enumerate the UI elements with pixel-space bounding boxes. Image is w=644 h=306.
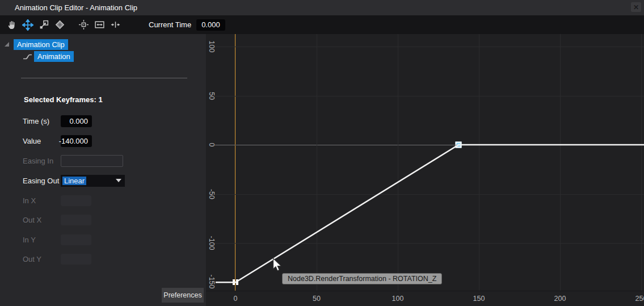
gridline-vertical (479, 34, 479, 291)
value-label: Value (23, 137, 61, 145)
gridline-horizontal (215, 194, 644, 195)
titlebar: Animation Clip Editor - Animation Clip ✕ (0, 0, 644, 15)
tree-expander[interactable] (4, 41, 10, 47)
in-x-label: In X (23, 196, 61, 205)
x-tick-label: 50 (313, 295, 321, 303)
gridline-horizontal (215, 96, 644, 97)
easing-out-dropdown[interactable]: Linear (61, 175, 125, 187)
y-tick-label: 0 (208, 143, 216, 147)
chevron-down-icon (116, 179, 121, 182)
axis-separator (206, 291, 644, 291)
keyframe-diamond-icon (54, 19, 65, 30)
fit-width-button[interactable] (92, 18, 107, 32)
out-y-input (61, 254, 91, 265)
gridline-vertical (641, 34, 642, 291)
out-x-label: Out X (23, 216, 61, 224)
out-y-label: Out Y (23, 255, 61, 263)
selected-keyframes-text: Selected Keyframes: 1 (24, 95, 103, 104)
close-icon: ✕ (633, 3, 639, 11)
gridline-horizontal (215, 47, 644, 47)
easing-in-input (61, 155, 123, 167)
window-title: Animation Clip Editor - Animation Clip (15, 3, 137, 12)
toolbar: Current Time 0.000 (0, 15, 644, 34)
gridline-vertical (560, 34, 561, 291)
out-x-input (61, 215, 91, 225)
spread-arrows-icon (110, 19, 121, 30)
hand-icon (7, 19, 18, 30)
pan-tool-button[interactable] (5, 18, 19, 32)
easing-out-label: Easing Out (23, 177, 61, 185)
gridline-vertical (317, 34, 317, 291)
tree-item-animation[interactable]: Animation (34, 51, 74, 62)
animation-curve (206, 34, 644, 291)
x-tick-label: 0 (234, 295, 238, 303)
easing-out-value: Linear (62, 177, 86, 185)
y-tick-label: -100 (208, 236, 216, 250)
panel-divider (21, 78, 187, 78)
x-tick-label: 200 (554, 295, 566, 303)
animation-curve-icon (23, 53, 32, 61)
scale-icon (39, 19, 49, 30)
easing-in-label: Easing In (23, 157, 61, 165)
y-tick-label: -150 (208, 274, 216, 288)
properties-panel: Animation Clip Animation Selected Keyfra… (0, 34, 206, 306)
in-x-input (61, 195, 91, 206)
in-y-label: In Y (23, 236, 61, 244)
mouse-cursor (272, 258, 282, 271)
selected-keyframes-count: 1 (99, 95, 103, 104)
zero-axis-line (215, 145, 644, 145)
property-tooltip: Node3D.RenderTransformation - ROTATION_Z (282, 273, 442, 284)
y-tick-label: 50 (208, 92, 216, 100)
close-button[interactable]: ✕ (631, 2, 641, 12)
x-tick-label: 150 (473, 295, 485, 303)
value-input[interactable]: -140.000 (61, 135, 92, 147)
expander-triangle-icon (4, 41, 10, 47)
move-tool-button[interactable] (20, 18, 35, 32)
gridline-horizontal (215, 243, 644, 244)
current-time-input[interactable]: 0.000 (196, 19, 225, 31)
gridline-vertical (235, 34, 236, 291)
center-target-icon (78, 19, 89, 30)
in-y-input (61, 234, 91, 245)
move-arrows-icon (22, 19, 33, 31)
y-tick-label: -50 (208, 188, 216, 199)
time-label: Time (s) (23, 117, 61, 125)
x-tick-label: 100 (392, 295, 404, 303)
gridline-vertical (398, 34, 398, 291)
x-tick-label: 250 (635, 295, 644, 303)
preferences-button[interactable]: Preferences (162, 288, 204, 303)
current-time-label: Current Time (149, 20, 191, 29)
curve-canvas[interactable]: -150-100-50050100250200150100500 Node3D.… (206, 34, 644, 306)
center-playhead-button[interactable] (76, 18, 91, 32)
tree-item-animation-clip[interactable]: Animation Clip (14, 39, 68, 50)
scale-tool-button[interactable] (36, 18, 51, 32)
fit-width-icon (94, 19, 105, 30)
keyframe-tool-button[interactable] (52, 18, 67, 32)
stretch-keys-button[interactable] (108, 18, 123, 32)
time-input[interactable]: 0.000 (61, 115, 92, 127)
y-tick-label: 100 (208, 41, 216, 53)
